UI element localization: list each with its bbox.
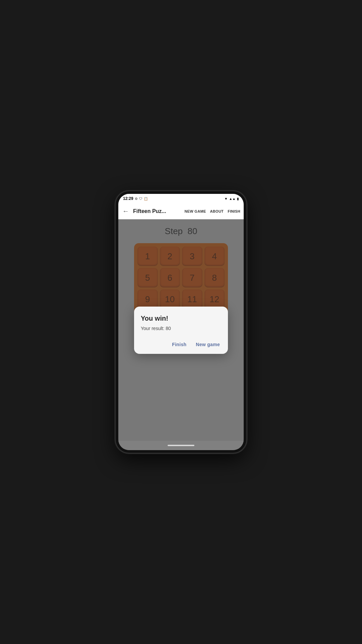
dialog-title: You win! — [141, 315, 221, 322]
status-bar-right: ▼ ▲▲ ▮ — [224, 197, 239, 201]
battery-icon: ▮ — [237, 197, 239, 201]
main-content: Step 80 1 2 3 4 5 6 7 8 9 10 11 12 13 — [118, 219, 244, 441]
phone-screen: 12:29 ⚙ 🛡 📋 ▼ ▲▲ ▮ ← Fifteen Puz... NEW … — [118, 194, 244, 450]
phone-frame: 12:29 ⚙ 🛡 📋 ▼ ▲▲ ▮ ← Fifteen Puz... NEW … — [116, 191, 246, 453]
status-bar-left: 12:29 ⚙ 🛡 📋 — [123, 196, 148, 201]
clipboard-icon: 📋 — [144, 197, 148, 201]
menu-about[interactable]: ABOUT — [209, 208, 225, 215]
menu-new-game[interactable]: NEW GAME — [184, 208, 206, 215]
settings-icon: ⚙ — [135, 197, 138, 201]
app-bar: ← Fifteen Puz... NEW GAME ABOUT FINISH — [118, 203, 244, 219]
dialog-overlay: You win! Your result: 80 Finish New game — [118, 219, 244, 441]
finish-button[interactable]: Finish — [171, 340, 188, 348]
status-time: 12:29 — [123, 196, 133, 201]
shield-icon: 🛡 — [139, 197, 142, 201]
dialog-message: Your result: 80 — [141, 326, 221, 331]
wifi-icon: ▼ — [224, 197, 228, 201]
new-game-button[interactable]: New game — [194, 340, 221, 348]
bottom-bar — [118, 441, 244, 450]
dialog-actions: Finish New game — [141, 340, 221, 348]
camera-notch — [168, 191, 194, 194]
menu-finish[interactable]: FINISH — [227, 208, 241, 215]
home-indicator[interactable] — [168, 445, 194, 446]
signal-icon: ▲▲ — [229, 197, 236, 201]
status-bar: 12:29 ⚙ 🛡 📋 ▼ ▲▲ ▮ — [118, 194, 244, 203]
app-title: Fifteen Puz... — [133, 208, 181, 214]
app-bar-menu: NEW GAME ABOUT FINISH — [184, 208, 241, 215]
back-button[interactable]: ← — [121, 206, 130, 216]
win-dialog: You win! Your result: 80 Finish New game — [134, 307, 228, 354]
